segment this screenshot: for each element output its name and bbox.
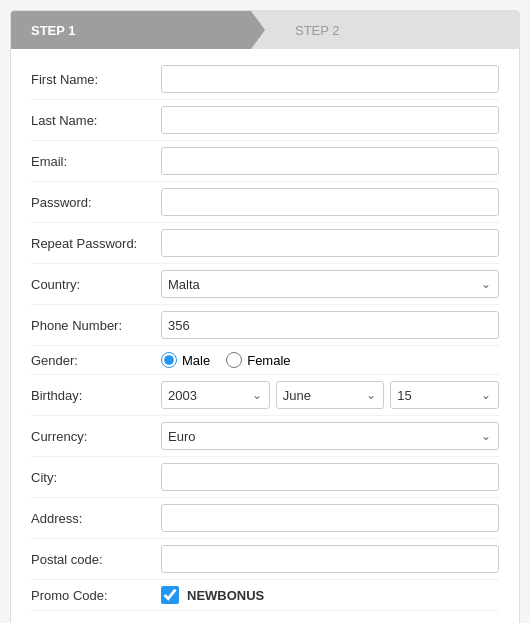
birthday-day-select[interactable]: 1234 5678 9101112 131415 16171819 202122… [390, 381, 499, 409]
step1-indicator: STEP 1 [11, 11, 265, 49]
country-select-wrapper: Malta United Kingdom United States Germa… [161, 270, 499, 298]
gender-female-option[interactable]: Female [226, 352, 290, 368]
birthday-year-select[interactable]: 2003 1990199520002001 200220042005 [161, 381, 270, 409]
gender-female-label: Female [247, 353, 290, 368]
currency-row: Currency: Euro USD GBP CHF JPY ⌄ [31, 416, 499, 457]
address-label: Address: [31, 511, 161, 526]
birthday-day-wrapper: 1234 5678 9101112 131415 16171819 202122… [390, 381, 499, 409]
postal-code-label: Postal code: [31, 552, 161, 567]
repeat-password-input[interactable] [161, 229, 499, 257]
phone-number-row: Phone Number: [31, 305, 499, 346]
promo-code-label: Promo Code: [31, 588, 161, 603]
postal-code-input[interactable] [161, 545, 499, 573]
email-label: Email: [31, 154, 161, 169]
country-row: Country: Malta United Kingdom United Sta… [31, 264, 499, 305]
last-name-label: Last Name: [31, 113, 161, 128]
step2-label: STEP 2 [295, 23, 340, 38]
birthday-year-wrapper: 2003 1990199520002001 200220042005 ⌄ [161, 381, 270, 409]
gender-label: Gender: [31, 353, 161, 368]
birthday-label: Birthday: [31, 388, 161, 403]
country-select[interactable]: Malta United Kingdom United States Germa… [161, 270, 499, 298]
birthday-selects: 2003 1990199520002001 200220042005 ⌄ Jan… [161, 381, 499, 409]
currency-select-wrapper: Euro USD GBP CHF JPY ⌄ [161, 422, 499, 450]
currency-label: Currency: [31, 429, 161, 444]
postal-code-row: Postal code: [31, 539, 499, 580]
step2-indicator: STEP 2 [265, 11, 519, 49]
country-label: Country: [31, 277, 161, 292]
address-input[interactable] [161, 504, 499, 532]
gender-male-radio[interactable] [161, 352, 177, 368]
promo-code-checkbox[interactable] [161, 586, 179, 604]
registration-form-container: STEP 1 STEP 2 First Name: Last Name: Ema… [10, 10, 520, 623]
city-label: City: [31, 470, 161, 485]
last-name-input[interactable] [161, 106, 499, 134]
first-name-input[interactable] [161, 65, 499, 93]
address-row: Address: [31, 498, 499, 539]
gender-female-radio[interactable] [226, 352, 242, 368]
currency-select[interactable]: Euro USD GBP CHF JPY [161, 422, 499, 450]
gender-options: Male Female [161, 352, 499, 368]
city-row: City: [31, 457, 499, 498]
promo-code-row: Promo Code: NEWBONUS [31, 580, 499, 611]
repeat-password-label: Repeat Password: [31, 236, 161, 251]
promo-wrapper: NEWBONUS [161, 586, 499, 604]
last-name-row: Last Name: [31, 100, 499, 141]
birthday-row: Birthday: 2003 1990199520002001 20022004… [31, 375, 499, 416]
promo-code-value: NEWBONUS [187, 588, 264, 603]
gender-male-label: Male [182, 353, 210, 368]
form-area: First Name: Last Name: Email: Password: … [11, 49, 519, 623]
phone-number-input[interactable] [161, 311, 499, 339]
step-header: STEP 1 STEP 2 [11, 11, 519, 49]
password-input[interactable] [161, 188, 499, 216]
gender-male-option[interactable]: Male [161, 352, 210, 368]
gender-row: Gender: Male Female [31, 346, 499, 375]
birthday-month-select[interactable]: JanuaryFebruaryMarch AprilMayJune JulyAu… [276, 381, 385, 409]
password-row: Password: [31, 182, 499, 223]
email-row: Email: [31, 141, 499, 182]
step1-label: STEP 1 [31, 23, 76, 38]
first-name-row: First Name: [31, 59, 499, 100]
repeat-password-row: Repeat Password: [31, 223, 499, 264]
birthday-month-wrapper: JanuaryFebruaryMarch AprilMayJune JulyAu… [276, 381, 385, 409]
email-input[interactable] [161, 147, 499, 175]
first-name-label: First Name: [31, 72, 161, 87]
phone-number-label: Phone Number: [31, 318, 161, 333]
password-label: Password: [31, 195, 161, 210]
city-input[interactable] [161, 463, 499, 491]
